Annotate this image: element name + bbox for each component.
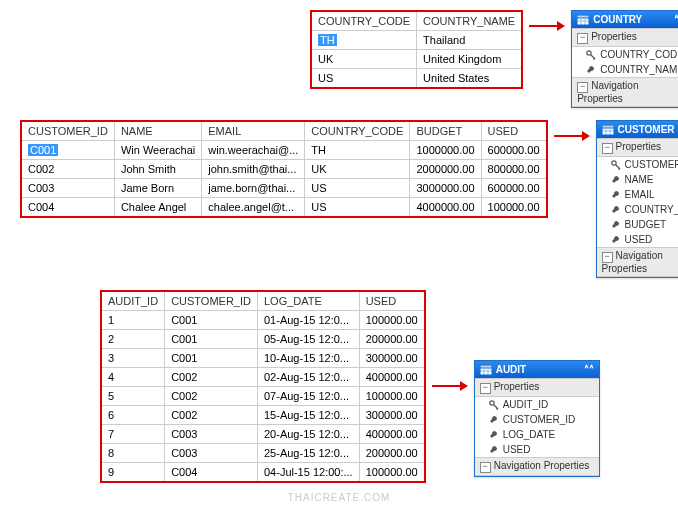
table-row[interactable]: THThailand [311,31,522,50]
cell[interactable]: UK [311,50,417,69]
cell[interactable]: 15-Aug-15 12:0... [258,406,360,425]
column-header[interactable]: EMAIL [202,121,305,141]
customer-table[interactable]: CUSTOMER_IDNAMEEMAILCOUNTRY_CODEBUDGETUS… [20,120,548,218]
schema-header[interactable]: AUDIT ˄˄ [475,361,599,378]
table-row[interactable]: 5C00207-Aug-15 12:0...100000.00 [101,387,425,406]
cell[interactable]: 2 [101,330,165,349]
table-row[interactable]: 6C00215-Aug-15 12:0...300000.00 [101,406,425,425]
cell[interactable]: John Smith [114,160,201,179]
section-properties[interactable]: −Properties [572,28,678,47]
schema-audit[interactable]: AUDIT ˄˄ −PropertiesAUDIT_IDCUSTOMER_IDL… [474,360,600,477]
cell[interactable]: 600000.00 [481,141,547,160]
cell[interactable]: 6 [101,406,165,425]
column-header[interactable]: NAME [114,121,201,141]
schema-property[interactable]: NAME [597,172,678,187]
schema-customer[interactable]: CUSTOMER ˄˄ −PropertiesCUSTOMER_IDNAMEEM… [596,120,678,278]
table-row[interactable]: 3C00110-Aug-15 12:0...300000.00 [101,349,425,368]
cell[interactable]: United Kingdom [417,50,523,69]
cell[interactable]: C002 [21,160,114,179]
schema-property[interactable]: COUNTRY_NAME [572,62,678,77]
cell[interactable]: 600000.00 [481,179,547,198]
cell[interactable]: 25-Aug-15 12:0... [258,444,360,463]
cell[interactable]: 300000.00 [359,406,425,425]
column-header[interactable]: COUNTRY_CODE [311,11,417,31]
chevron-up-icon[interactable]: ˄˄ [674,14,678,25]
table-row[interactable]: 9C00404-Jul-15 12:00:...100000.00 [101,463,425,483]
cell[interactable]: C001 [21,141,114,160]
schema-property[interactable]: EMAIL [597,187,678,202]
cell[interactable]: 100000.00 [481,198,547,218]
column-header[interactable]: COUNTRY_NAME [417,11,523,31]
cell[interactable]: US [311,69,417,89]
column-header[interactable]: LOG_DATE [258,291,360,311]
table-row[interactable]: C004Chalee Angelchalee.angel@t...US40000… [21,198,547,218]
cell[interactable]: 2000000.00 [410,160,481,179]
schema-property[interactable]: AUDIT_ID [475,397,599,412]
cell[interactable]: 5 [101,387,165,406]
cell[interactable]: john.smith@thai... [202,160,305,179]
cell[interactable]: C003 [165,444,258,463]
column-header[interactable]: USED [359,291,425,311]
cell[interactable]: 4 [101,368,165,387]
table-row[interactable]: C003Jame Bornjame.born@thai...US3000000.… [21,179,547,198]
cell[interactable]: Thailand [417,31,523,50]
cell[interactable]: C003 [21,179,114,198]
cell[interactable]: win.weerachai@... [202,141,305,160]
cell[interactable]: 05-Aug-15 12:0... [258,330,360,349]
cell[interactable]: TH [311,31,417,50]
audit-table[interactable]: AUDIT_IDCUSTOMER_IDLOG_DATEUSED1C00101-A… [100,290,426,483]
schema-property[interactable]: COUNTRY_CODE [597,202,678,217]
table-row[interactable]: C002John Smithjohn.smith@thai...UK200000… [21,160,547,179]
table-row[interactable]: 7C00320-Aug-15 12:0...400000.00 [101,425,425,444]
schema-header[interactable]: COUNTRY ˄˄ [572,11,678,28]
schema-property[interactable]: CUSTOMER_ID [597,157,678,172]
cell[interactable]: 200000.00 [359,444,425,463]
schema-property[interactable]: USED [597,232,678,247]
schema-header[interactable]: CUSTOMER ˄˄ [597,121,678,138]
cell[interactable]: 01-Aug-15 12:0... [258,311,360,330]
cell[interactable]: C001 [165,311,258,330]
cell[interactable]: 02-Aug-15 12:0... [258,368,360,387]
cell[interactable]: 400000.00 [359,425,425,444]
column-header[interactable]: AUDIT_ID [101,291,165,311]
column-header[interactable]: COUNTRY_CODE [305,121,410,141]
cell[interactable]: 100000.00 [359,311,425,330]
cell[interactable]: 1000000.00 [410,141,481,160]
schema-property[interactable]: CUSTOMER_ID [475,412,599,427]
cell[interactable]: 9 [101,463,165,483]
cell[interactable]: 07-Aug-15 12:0... [258,387,360,406]
section-navigation-properties[interactable]: −Navigation Properties [572,77,678,107]
cell[interactable]: 4000000.00 [410,198,481,218]
cell[interactable]: United States [417,69,523,89]
table-row[interactable]: 1C00101-Aug-15 12:0...100000.00 [101,311,425,330]
cell[interactable]: US [305,198,410,218]
cell[interactable]: Win Weerachai [114,141,201,160]
chevron-up-icon[interactable]: ˄˄ [584,364,594,375]
table-row[interactable]: 4C00202-Aug-15 12:0...400000.00 [101,368,425,387]
cell[interactable]: C004 [21,198,114,218]
column-header[interactable]: BUDGET [410,121,481,141]
cell[interactable]: US [305,179,410,198]
cell[interactable]: 7 [101,425,165,444]
cell[interactable]: UK [305,160,410,179]
schema-property[interactable]: COUNTRY_CODE [572,47,678,62]
cell[interactable]: 04-Jul-15 12:00:... [258,463,360,483]
cell[interactable]: 20-Aug-15 12:0... [258,425,360,444]
table-row[interactable]: 2C00105-Aug-15 12:0...200000.00 [101,330,425,349]
cell[interactable]: C003 [165,425,258,444]
column-header[interactable]: USED [481,121,547,141]
country-table[interactable]: COUNTRY_CODECOUNTRY_NAMETHThailandUKUnit… [310,10,523,89]
schema-property[interactable]: BUDGET [597,217,678,232]
schema-property[interactable]: USED [475,442,599,457]
section-properties[interactable]: −Properties [475,378,599,397]
table-row[interactable]: C001Win Weerachaiwin.weerachai@...TH1000… [21,141,547,160]
cell[interactable]: 3 [101,349,165,368]
cell[interactable]: C001 [165,330,258,349]
cell[interactable]: C004 [165,463,258,483]
cell[interactable]: jame.born@thai... [202,179,305,198]
cell[interactable]: C002 [165,387,258,406]
section-navigation-properties[interactable]: −Navigation Properties [597,247,678,277]
cell[interactable]: 300000.00 [359,349,425,368]
cell[interactable]: 8 [101,444,165,463]
cell[interactable]: 10-Aug-15 12:0... [258,349,360,368]
